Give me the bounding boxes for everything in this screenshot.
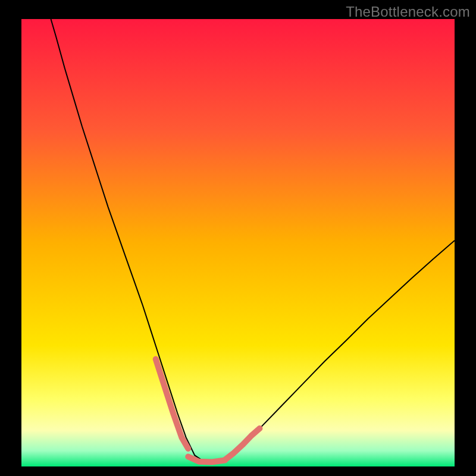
bottleneck-chart <box>0 0 476 476</box>
watermark-label: TheBottleneck.com <box>346 4 470 20</box>
plot-background <box>21 19 455 466</box>
chart-stage: TheBottleneck.com <box>0 0 476 476</box>
